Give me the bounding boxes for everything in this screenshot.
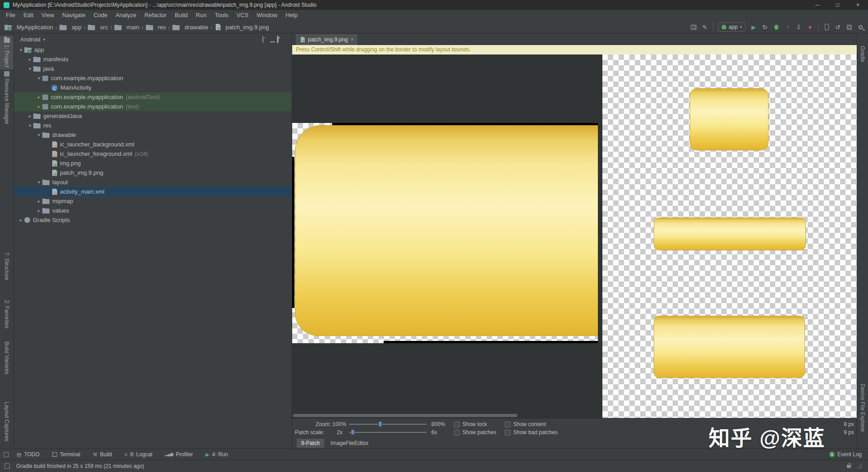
toolbar-todo[interactable]: ▤ TODO: [17, 451, 40, 458]
menu-help[interactable]: Help: [281, 10, 302, 21]
tree-row-mainactivity[interactable]: C MainActivity: [14, 83, 292, 92]
lock-icon[interactable]: [847, 465, 851, 468]
toolbar-event-log[interactable]: 1 Event Log: [829, 451, 862, 458]
expand-arrow[interactable]: ▸: [18, 218, 24, 222]
gradle-sync-icon[interactable]: ↺: [835, 24, 841, 30]
minimize-button[interactable]: ─: [807, 0, 827, 10]
expand-arrow[interactable]: ▸: [27, 57, 33, 62]
menu-edit[interactable]: Edit: [19, 10, 37, 21]
tree-row-res[interactable]: ▾ res: [14, 121, 292, 130]
checkbox-show-bad-patches[interactable]: Show bad patches: [505, 428, 558, 436]
nine-patch-image[interactable]: [292, 123, 598, 343]
debug-button[interactable]: [773, 25, 779, 30]
tab-image-file-editor[interactable]: ImageFileEditor: [326, 439, 373, 448]
apply-changes-icon[interactable]: ↻: [762, 24, 768, 30]
editor-tab-patch-img[interactable]: patch_img.9.png ×: [296, 34, 357, 45]
resize-grip-icon[interactable]: [857, 464, 862, 468]
toolstrip-structure[interactable]: 7: Structure: [0, 252, 14, 280]
padding-marker-bottom[interactable]: [384, 341, 598, 343]
tree-row-activity-main[interactable]: activity_main.xml: [14, 187, 292, 196]
expand-arrow[interactable]: ▾: [27, 123, 33, 128]
menu-code[interactable]: Code: [90, 10, 112, 21]
run-configuration-dropdown[interactable]: app ▾: [718, 23, 746, 32]
tree-row-package-androidtest[interactable]: ▸ com.example.myapplication (androidTest…: [14, 92, 292, 102]
checkbox-show-lock[interactable]: Show lock: [454, 420, 487, 428]
project-view-selector[interactable]: Android: [20, 36, 41, 43]
search-everywhere-icon[interactable]: [857, 25, 863, 29]
patch-scale-slider-thumb[interactable]: [351, 429, 355, 435]
attach-debugger-icon[interactable]: ⇩: [796, 24, 802, 30]
expand-arrow[interactable]: ▾: [27, 66, 33, 71]
close-tab-icon[interactable]: ×: [351, 36, 354, 43]
toolbar-terminal[interactable]: ›_ Terminal: [52, 451, 80, 458]
toolbar-build[interactable]: ⚒ Build: [93, 451, 112, 458]
expand-arrow[interactable]: ▾: [36, 180, 42, 185]
expand-arrow[interactable]: ▸: [36, 199, 42, 204]
locate-file-icon[interactable]: [262, 36, 263, 43]
zoom-slider-thumb[interactable]: [378, 421, 382, 427]
breadcrumb-file[interactable]: patch_img.9.png: [215, 24, 269, 31]
stretch-marker-top[interactable]: [332, 123, 598, 125]
tree-row-mipmap[interactable]: ▸ mipmap: [14, 196, 292, 206]
tree-row-drawable[interactable]: ▾ drawable: [14, 130, 292, 140]
toolstrip-resource-manager[interactable]: Resource Manager: [0, 71, 14, 124]
edit-configurations-icon[interactable]: ✎: [701, 24, 708, 30]
toolstrip-project[interactable]: 1: Project: [0, 36, 14, 69]
nine-patch-edit-pane[interactable]: [292, 54, 602, 418]
quick-access-icon[interactable]: [4, 452, 9, 457]
tab-9-patch[interactable]: 9-Patch: [297, 439, 324, 448]
toolstrip-build-variants[interactable]: Build Variants: [0, 341, 14, 374]
menu-analyze[interactable]: Analyze: [112, 10, 140, 21]
menu-refactor[interactable]: Refactor: [140, 10, 171, 21]
avd-manager-icon[interactable]: [823, 24, 830, 30]
breadcrumb-src[interactable]: src: [88, 24, 108, 31]
profiler-button[interactable]: ◔: [784, 24, 791, 30]
tree-row-app[interactable]: ▾ app: [14, 45, 292, 54]
close-button[interactable]: ×: [848, 0, 868, 10]
stretch-marker-left[interactable]: [292, 157, 294, 308]
checkbox-show-content[interactable]: Show content: [505, 420, 546, 428]
sdk-manager-icon[interactable]: [846, 25, 852, 30]
tree-row-patch-img[interactable]: patch_img.9.png: [14, 168, 292, 177]
settings-gear-icon[interactable]: [277, 36, 279, 43]
tree-row-values[interactable]: ▸ values: [14, 206, 292, 215]
tree-row-gradle-scripts[interactable]: ▸ Gradle Scripts: [14, 215, 292, 225]
tree-row-ic-launcher-background[interactable]: ic_launcher_background.xml: [14, 140, 292, 149]
breadcrumb-drawable[interactable]: drawable: [172, 24, 208, 31]
toolstrip-device-file-explorer[interactable]: Device File Explorer: [857, 384, 868, 432]
menu-view[interactable]: View: [37, 10, 58, 21]
menu-window[interactable]: Window: [253, 10, 281, 21]
breadcrumb-project[interactable]: MyApplication: [5, 24, 53, 31]
layout-inspector-icon[interactable]: [690, 25, 696, 30]
toolstrip-gradle[interactable]: Gradle: [857, 46, 868, 62]
menu-vcs[interactable]: VCS: [232, 10, 253, 21]
tree-row-generatedjava[interactable]: ▸ generatedJava: [14, 111, 292, 121]
expand-arrow[interactable]: ▸: [36, 104, 42, 109]
patch-scale-slider-track[interactable]: [349, 432, 426, 433]
menu-build[interactable]: Build: [171, 10, 192, 21]
tree-row-package-test[interactable]: ▸ com.example.myapplication (test): [14, 102, 292, 111]
tree-row-layout[interactable]: ▾ layout: [14, 177, 292, 187]
tool-window-toggle-icon[interactable]: [5, 463, 10, 469]
maximize-button[interactable]: □: [827, 0, 848, 10]
tree-row-java[interactable]: ▾ java: [14, 64, 292, 73]
tree-row-ic-launcher-foreground[interactable]: ic_launcher_foreground.xml (v24): [14, 149, 292, 159]
tree-row-manifests[interactable]: ▸ manifests: [14, 54, 292, 64]
breadcrumb-res[interactable]: res: [146, 24, 166, 31]
zoom-slider-track[interactable]: [349, 424, 426, 425]
expand-arrow[interactable]: ▾: [36, 76, 42, 81]
menu-file[interactable]: File: [2, 10, 19, 21]
toolstrip-favorites[interactable]: 2: Favorites: [0, 300, 14, 328]
breadcrumb-app[interactable]: app: [59, 24, 81, 31]
toolbar-profiler[interactable]: ▂▄▆ Profiler: [165, 451, 193, 458]
stop-button[interactable]: ■: [807, 25, 813, 30]
tree-row-img-png[interactable]: img.png: [14, 159, 292, 168]
expand-arrow[interactable]: ▾: [36, 132, 42, 137]
tree-row-package[interactable]: ▾ com.example.myapplication: [14, 73, 292, 83]
breadcrumb-main[interactable]: main: [114, 24, 139, 31]
menu-tools[interactable]: Tools: [211, 10, 232, 21]
toolstrip-layout-captures[interactable]: Layout Captures: [0, 402, 14, 441]
menu-run[interactable]: Run: [192, 10, 211, 21]
expand-arrow[interactable]: ▸: [36, 95, 42, 100]
toolbar-logcat[interactable]: ≡ 6: Logcat: [125, 451, 153, 458]
